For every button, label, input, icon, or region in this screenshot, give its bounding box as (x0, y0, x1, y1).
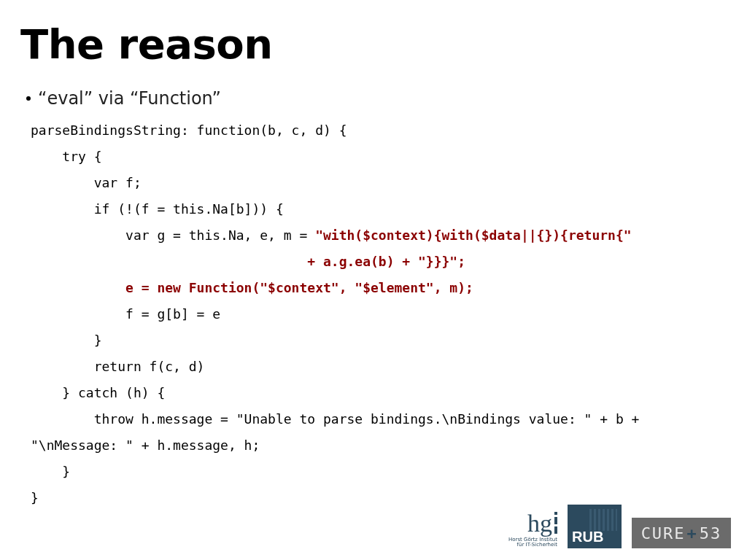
cure53-logo: CURE+53 (632, 518, 731, 548)
footer-logos: h g Horst Görtz Institut für IT-Sicherhe… (508, 505, 731, 548)
code-line: var g = this.Na, e, m = (31, 228, 315, 243)
code-line: try { (31, 149, 102, 164)
code-line: throw h.message = "Unable to parse bindi… (31, 411, 647, 427)
code-line: "\nMessage: " + h.message, h; (31, 438, 260, 453)
hgi-logo: h g Horst Görtz Institut für IT-Sicherhe… (508, 511, 557, 548)
code-highlight: + a.g.ea(b) + "}}}"; (31, 254, 465, 269)
code-line: f = g[b] = e (31, 306, 220, 322)
code-line: } (31, 490, 39, 505)
hgi-logo-mark: h g (527, 511, 557, 536)
hgi-h-glyph: h (527, 511, 540, 536)
code-line: parseBindingsString: function(b, c, d) { (31, 122, 347, 138)
hgi-bars-icon (554, 512, 557, 536)
code-line: if (!(f = this.Na[b])) { (31, 201, 284, 217)
code-highlight: "with($context){with($data||{}){return{" (315, 228, 631, 243)
code-line: var f; (31, 175, 142, 190)
bullet-dot-icon (26, 96, 31, 101)
rub-logo: RUB (568, 505, 622, 548)
cure53-text-left: CURE (641, 524, 686, 542)
hgi-g-glyph: g (540, 511, 552, 536)
code-line: } catch (h) { (31, 385, 165, 400)
rub-logo-text: RUB (572, 529, 603, 545)
slide: The reason “eval” via “Function” parseBi… (0, 0, 747, 560)
code-line: return f(c, d) (31, 359, 204, 374)
code-highlight: e = new Function("$context", "$element",… (31, 280, 473, 295)
hgi-sub-line: für IT-Sicherheit (508, 542, 557, 548)
hgi-subtitle: Horst Görtz Institut für IT-Sicherheit (508, 537, 557, 548)
plus-icon: + (687, 524, 698, 542)
slide-title: The reason (20, 20, 727, 68)
code-line: } (31, 332, 102, 348)
code-line: } (31, 464, 70, 479)
code-block: parseBindingsString: function(b, c, d) {… (31, 117, 727, 511)
bullet-text: “eval” via “Function” (38, 88, 221, 109)
bullet-item: “eval” via “Function” (26, 88, 727, 109)
cure53-text-right: 53 (700, 524, 722, 542)
